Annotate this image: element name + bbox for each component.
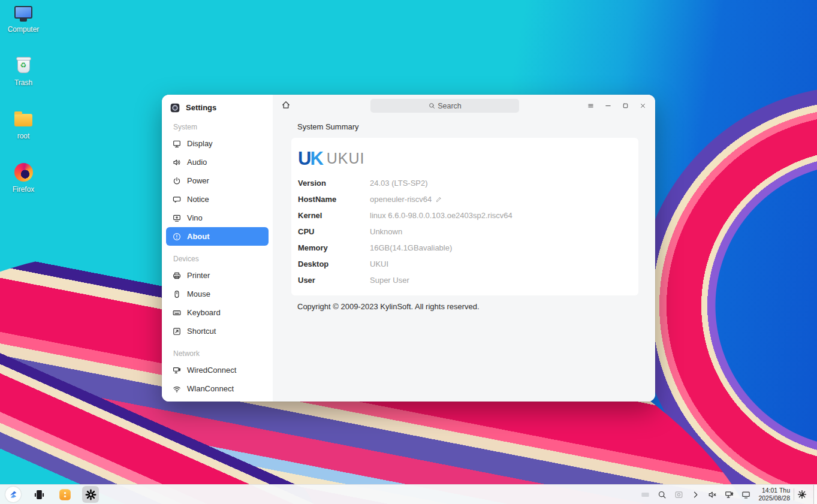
sidebar-item-label: Keyboard [187, 308, 221, 317]
content-body: System Summary UK UKUI Version 24.03 (LT… [273, 122, 655, 311]
minimize-button[interactable] [601, 99, 614, 112]
home-button[interactable] [281, 99, 291, 110]
sidebar-item-label: Mouse [187, 289, 210, 298]
sidebar-group-label: Network [173, 349, 273, 358]
search-input[interactable]: Search [370, 99, 519, 113]
wired-icon [172, 366, 182, 375]
summary-row: CPU Unknown [298, 224, 638, 240]
sidebar-item-label: About [187, 232, 210, 241]
trash-icon: ♻ [14, 56, 33, 75]
desktop-icon-area: Computer ♻ Trash root Firefox [0, 0, 47, 213]
sidebar-item-printer[interactable]: Printer [166, 266, 269, 285]
vino-icon [172, 213, 182, 223]
tray-display-icon[interactable] [741, 490, 751, 500]
sidebar-item-vino[interactable]: Vino [166, 209, 269, 227]
taskbar-divider [794, 488, 794, 500]
computer-icon [14, 2, 33, 22]
desktop-icon-label: Computer [8, 25, 40, 34]
field-value: linux 6.6.0-98.0.0.103.oe2403sp2.riscv64 [370, 211, 512, 220]
taskbar-app-launcher[interactable] [5, 486, 22, 503]
sidebar-item-label: Shortcut [187, 327, 216, 336]
field-label: CPU [298, 227, 370, 236]
menu-button[interactable] [584, 99, 597, 112]
sidebar-item-mouse[interactable]: Mouse [166, 285, 269, 303]
settings-window: Settings System Display Audio Power Noti… [162, 95, 655, 402]
printer-icon [172, 271, 182, 280]
field-label: HostName [298, 195, 370, 204]
sidebar-item-wiredconnect[interactable]: WiredConnect [166, 361, 269, 379]
tray-expand-icon[interactable] [691, 490, 701, 500]
sidebar-item-keyboard[interactable]: Keyboard [166, 303, 269, 322]
settings-content: Search System Summary UK UKUI Version 24… [273, 95, 655, 402]
show-desktop-button[interactable] [813, 485, 817, 504]
taskbar-clock[interactable]: 14:01 Thu 2025/08/28 [758, 487, 790, 502]
sidebar-item-wlanconnect[interactable]: WlanConnect [166, 379, 269, 398]
close-button[interactable] [636, 99, 649, 112]
taskbar-apps [0, 486, 99, 503]
desktop-icon-firefox[interactable]: Firefox [0, 160, 47, 212]
taskbar-app-assistant[interactable] [56, 486, 73, 503]
field-value: Unknown [370, 227, 402, 236]
field-value: Super User [370, 276, 409, 285]
logo-monogram-u: U [298, 148, 310, 169]
taskbar-app-multitask-view[interactable] [31, 486, 47, 503]
sidebar-group-label: System [173, 123, 273, 131]
field-label: Version [298, 179, 370, 188]
wlan-icon [172, 384, 182, 394]
dark-device-icon [32, 488, 46, 502]
keyboard-icon [172, 308, 182, 318]
system-summary-card: UK UKUI Version 24.03 (LTS-SP2) HostName… [291, 138, 638, 295]
desktop-icon-computer[interactable]: Computer [0, 0, 47, 52]
sidebar-item-about[interactable]: About [166, 227, 269, 246]
copyright-text: Copyright © 2009-2023 KylinSoft. All rig… [297, 302, 638, 311]
taskbar-app-settings[interactable] [82, 486, 99, 503]
window-app-header: Settings [162, 95, 273, 114]
edit-icon[interactable] [435, 196, 442, 203]
sidebar-group-label: Devices [173, 255, 273, 263]
maximize-icon [622, 102, 629, 110]
kylin-logo-icon [5, 487, 21, 502]
desktop-icon-trash[interactable]: ♻ Trash [0, 53, 47, 105]
tray-volume-muted-icon[interactable] [707, 490, 717, 500]
firefox-icon [14, 162, 33, 182]
sidebar-item-shortcut[interactable]: Shortcut [166, 322, 269, 340]
desktop-icon-root[interactable]: root [0, 107, 47, 158]
audio-icon [172, 158, 182, 167]
field-value: 24.03 (LTS-SP2) [370, 179, 428, 188]
tray-search-icon[interactable] [657, 490, 667, 500]
summary-row: User Super User [298, 272, 638, 288]
sidebar-item-label: Power [187, 176, 209, 185]
folder-icon [14, 109, 33, 128]
field-value: openeuler-riscv64 [370, 195, 442, 204]
sidebar-item-label: WiredConnect [187, 366, 236, 375]
display-icon [172, 139, 182, 149]
sidebar-item-label: Notice [187, 195, 209, 204]
maximize-button[interactable] [619, 99, 632, 112]
sidebar-item-power[interactable]: Power [166, 171, 269, 190]
system-tray [640, 490, 751, 500]
desktop-icon-label: Trash [14, 79, 32, 87]
search-placeholder: Search [438, 102, 462, 110]
night-mode-button[interactable] [795, 488, 809, 501]
sidebar-item-audio[interactable]: Audio [166, 153, 269, 171]
sidebar-item-display[interactable]: Display [166, 134, 269, 153]
sidebar-item-notice[interactable]: Notice [166, 190, 269, 209]
minimize-icon [604, 102, 612, 110]
field-label: Desktop [298, 259, 370, 268]
tray-screenshot-icon[interactable] [674, 490, 684, 500]
window-controls [584, 99, 649, 112]
desktop-icon-label: Firefox [13, 185, 35, 194]
sidebar-item-label: Vino [187, 213, 203, 222]
summary-row: Memory 16GB(14.1GBavaliable) [298, 240, 638, 256]
sidebar-item-label: Printer [187, 271, 210, 280]
tray-wired-network-icon[interactable] [724, 490, 734, 500]
about-icon [172, 232, 182, 242]
clock-time: 14:01 Thu [758, 487, 790, 494]
menu-icon [587, 102, 595, 110]
clock-date: 2025/08/28 [758, 494, 790, 502]
tray-input-method-icon[interactable] [640, 490, 650, 500]
field-label: Memory [298, 243, 370, 252]
field-value: UKUI [370, 259, 388, 268]
summary-row: Desktop UKUI [298, 256, 638, 272]
taskbar: 14:01 Thu 2025/08/28 [0, 484, 817, 504]
